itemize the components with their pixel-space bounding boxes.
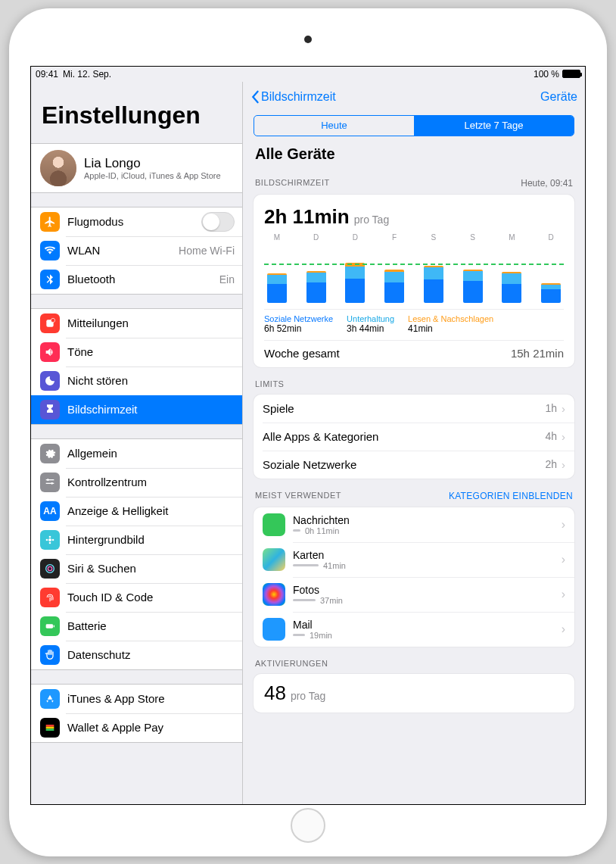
usage-bar [293,599,316,601]
chart-bar: M [499,233,525,303]
app-row[interactable]: Nachrichten0h 11min› [254,507,574,542]
sidebar-item-general[interactable]: Allgemein [31,439,242,468]
svg-point-8 [49,541,51,544]
sidebar-item-label: Töne [67,345,235,358]
wlan-value: Home Wi-Fi [179,245,235,257]
svg-rect-15 [46,725,54,727]
sidebar-item-label: Batterie [67,619,235,632]
show-categories-link[interactable]: KATEGORIEN EINBLENDEN [449,491,573,501]
sidebar-item-privacy[interactable]: Datenschutz [31,641,242,669]
sound-icon [40,342,60,362]
sidebar-item-airplane[interactable]: Flugmodus [31,207,242,236]
chevron-right-icon: › [562,588,565,601]
text-size-icon: AA [40,501,60,521]
hand-icon [40,645,60,665]
sidebar-item-screentime[interactable]: Bildschirmzeit [31,395,242,424]
siri-icon [40,559,60,579]
limits-list: Spiele1h›Alle Apps & Kategorien4h›Sozial… [254,395,574,479]
sidebar-item-label: Nicht stören [67,374,235,387]
sidebar-item-label: Siri & Suchen [67,562,235,575]
screen: 09:41 Mi. 12. Sep. 100 % Einstellungen [30,66,586,805]
notification-icon [40,313,60,333]
chevron-left-icon [250,90,260,104]
chart-bar: M [264,233,290,303]
limit-row[interactable]: Soziale Netzwerke2h› [254,451,574,479]
svg-point-11 [46,564,54,572]
chevron-right-icon: › [562,458,565,471]
sidebar-item-label: Bildschirmzeit [67,403,235,416]
sidebar-item-battery[interactable]: Batterie [31,612,242,641]
chevron-right-icon: › [562,402,565,415]
chevron-right-icon: › [562,622,565,636]
battery-icon [562,70,580,78]
limit-row[interactable]: Alle Apps & Kategorien4h› [254,423,574,451]
slider-icon [40,473,60,492]
sidebar-item-touchid[interactable]: Touch ID & Code [31,583,242,612]
usage-bar [293,564,319,566]
app-row[interactable]: Fotos37min› [254,577,574,612]
svg-point-9 [46,538,48,541]
sidebar-item-wallpaper[interactable]: Hintergrundbild [31,526,242,554]
svg-rect-14 [54,625,54,627]
sidebar-item-sounds[interactable]: Töne [31,338,242,366]
week-total-row: Woche gesamt 15h 21min [264,340,564,360]
airplane-icon [40,212,60,232]
sidebar-item-label: iTunes & App Store [67,692,235,705]
app-row[interactable]: Mail19min› [254,612,574,647]
app-icon [263,513,285,536]
activations-card[interactable]: 48 pro Tag [254,674,574,713]
sidebar-item-display[interactable]: AA Anzeige & Helligkeit [31,497,242,526]
screentime-section-header: BILDSCHIRMZEIT Heute, 09:41 [243,166,585,192]
sidebar-item-bluetooth[interactable]: Bluetooth Ein [31,265,242,294]
app-icon [263,548,285,571]
sidebar-item-siri[interactable]: Siri & Suchen [31,554,242,583]
sidebar-item-itunes[interactable]: iTunes & App Store [31,685,242,713]
sidebar-item-wlan[interactable]: WLAN Home Wi-Fi [31,236,242,265]
home-button[interactable] [291,808,325,843]
usage-bar [293,634,305,636]
chart-bar: D [343,233,369,303]
back-button[interactable]: Bildschirmzeit [250,90,336,104]
app-row[interactable]: Karten41min› [254,542,574,577]
settings-title: Einstellungen [31,82,242,136]
sidebar-item-label: Datenschutz [67,648,235,661]
sidebar-item-notifications[interactable]: Mitteilungen [31,309,242,338]
activations-header: AKTIVIERUNGEN [243,647,585,671]
segment-last7days[interactable]: Letzte 7 Tage [414,116,574,136]
chevron-right-icon: › [562,553,565,566]
sidebar-item-label: Anzeige & Helligkeit [67,504,235,517]
apps-list: Nachrichten0h 11min›Karten41min›Fotos37m… [254,507,574,647]
legend-item: Lesen & Nachschlagen41min [408,314,493,334]
sidebar-item-wallet[interactable]: Wallet & Apple Pay [31,713,242,742]
battery-percent: 100 % [534,69,559,80]
limit-row[interactable]: Spiele1h› [254,395,574,423]
ipad-device-frame: 09:41 Mi. 12. Sep. 100 % Einstellungen [9,8,607,856]
sidebar-item-label: Flugmodus [67,215,201,228]
svg-point-12 [48,566,51,570]
svg-rect-16 [46,726,54,728]
sidebar-item-label: WLAN [67,244,179,257]
chart-bar: F [381,233,407,303]
svg-rect-5 [46,482,54,483]
moon-icon [40,371,60,391]
sidebar-item-label: Wallet & Apple Pay [67,721,235,734]
daily-average: 2h 11min [264,205,350,229]
status-date: Mi. 12. Sep. [63,69,111,80]
devices-button[interactable]: Geräte [540,90,577,104]
back-label: Bildschirmzeit [261,90,336,104]
screentime-card[interactable]: 2h 11min pro Tag MDDFSSMD Soziale Netzwe… [254,195,574,367]
sidebar-item-label: Touch ID & Code [67,591,235,604]
profile-cell[interactable]: Lia Longo Apple-ID, iCloud, iTunes & App… [31,144,242,192]
detail-nav: Bildschirmzeit Geräte [243,82,585,112]
airplane-toggle[interactable] [201,212,235,232]
limits-header: LIMITS [243,367,585,391]
segment-today[interactable]: Heute [254,116,414,136]
sidebar-item-controlcenter[interactable]: Kontrollzentrum [31,468,242,497]
status-time: 09:41 [36,69,58,80]
sidebar-item-label: Allgemein [67,447,235,460]
sidebar-item-dnd[interactable]: Nicht stören [31,366,242,395]
sidebar-item-label: Bluetooth [67,273,219,285]
weekly-chart: MDDFSSMD [264,236,564,306]
app-icon [263,583,285,606]
svg-rect-3 [46,479,54,480]
